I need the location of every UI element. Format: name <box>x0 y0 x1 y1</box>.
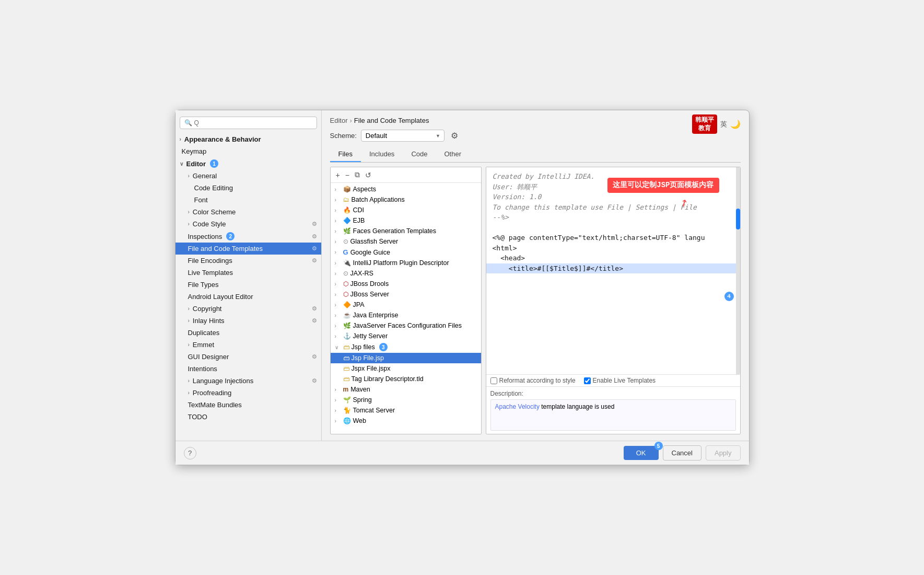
badge-1: 1 <box>210 159 218 168</box>
sidebar-item-general[interactable]: › General <box>176 170 321 182</box>
tree-item-spring[interactable]: › 🌱 Spring <box>331 395 481 405</box>
main-content: Editor › File and Code Templates Scheme:… <box>322 110 749 441</box>
chevron-icon: › <box>335 260 340 266</box>
sidebar-item-code-style[interactable]: › Code Style ⚙ <box>176 218 321 230</box>
tree-item-jsp-files[interactable]: ∨ 🗃 Jsp files 3 <box>331 341 481 353</box>
tab-includes[interactable]: Includes <box>361 147 403 162</box>
tabs: Files Includes Code Other <box>330 147 741 163</box>
add-template-button[interactable]: + <box>334 169 342 180</box>
code-editor[interactable]: 这里可以定制JSP页面模板内容 ↗ Created by IntelliJ ID… <box>486 167 740 374</box>
sidebar-item-editor[interactable]: ∨ Editor 1 <box>176 157 321 170</box>
sidebar-item-file-encodings[interactable]: File Encodings ⚙ <box>176 255 321 267</box>
sidebar-item-appearance[interactable]: › Appearance & Behavior <box>176 133 321 145</box>
search-box[interactable]: 🔍 <box>180 117 317 129</box>
sidebar-item-intentions[interactable]: Intentions <box>176 363 321 375</box>
chevron-icon: › <box>335 397 340 403</box>
sidebar-item-inlay-hints[interactable]: › Inlay Hints ⚙ <box>176 315 321 327</box>
chevron-icon: › <box>335 197 340 203</box>
file-icon: ⬡ <box>343 280 348 288</box>
moon-icon: 🌙 <box>730 119 741 129</box>
tree-item-batch-apps[interactable]: › 🗂 Batch Applications <box>331 194 481 205</box>
cancel-button[interactable]: Cancel <box>663 445 701 461</box>
tree-item-jboss-drools[interactable]: › ⬡ JBoss Drools <box>331 279 481 289</box>
reset-template-button[interactable]: ↺ <box>363 169 373 180</box>
enable-live-checkbox[interactable] <box>584 377 591 384</box>
editor-panel: 这里可以定制JSP页面模板内容 ↗ Created by IntelliJ ID… <box>486 167 741 434</box>
sidebar-item-font[interactable]: Font <box>176 194 321 206</box>
tree-item-glassfish[interactable]: › ⊙ Glassfish Server <box>331 236 481 247</box>
tree-item-ejb[interactable]: › 🔷 EJB <box>331 215 481 226</box>
tree-item-web[interactable]: › 🌐 Web <box>331 416 481 426</box>
sidebar-item-color-scheme[interactable]: › Color Scheme <box>176 206 321 218</box>
sidebar-item-proofreading[interactable]: › Proofreading <box>176 387 321 399</box>
tree-item-google-guice[interactable]: › G Google Guice <box>331 247 481 258</box>
copy-template-button[interactable]: ⧉ <box>353 169 362 180</box>
sidebar-item-gui-designer[interactable]: GUI Designer ⚙ <box>176 351 321 363</box>
settings-icon: ⚙ <box>312 305 317 312</box>
tree-item-jpa[interactable]: › 🔶 JPA <box>331 300 481 310</box>
ok-button[interactable]: OK 5 <box>624 446 659 460</box>
remove-template-button[interactable]: − <box>343 169 352 180</box>
tree-item-jsf-config[interactable]: › 🌿 JavaServer Faces Configuration Files <box>331 320 481 331</box>
tree-item-jetty-server[interactable]: › ⚓ Jetty Server <box>331 331 481 341</box>
help-button[interactable]: ? <box>184 447 196 459</box>
tree-item-java-enterprise[interactable]: › ☕ Java Enterprise <box>331 310 481 320</box>
chevron-icon: › <box>335 249 340 255</box>
badge-4: 4 <box>724 292 734 301</box>
tree-item-tag-library[interactable]: 🗃 Tag Library Descriptor.tld <box>331 374 481 384</box>
sidebar-item-file-types[interactable]: File Types <box>176 279 321 291</box>
chevron-icon: › <box>335 408 340 413</box>
tree-item-intellij-plugin[interactable]: › 🔌 IntelliJ Platform Plugin Descriptor <box>331 258 481 268</box>
description-area: Description: Apache Velocity template la… <box>486 386 740 434</box>
scheme-gear-button[interactable]: ⚙ <box>449 130 460 142</box>
sidebar-item-keymap[interactable]: Keymap <box>176 145 321 157</box>
tab-code[interactable]: Code <box>403 147 436 162</box>
sidebar-item-file-code-templates[interactable]: File and Code Templates ⚙ <box>176 243 321 255</box>
dialog-footer: ? OK 5 Cancel Apply <box>176 441 749 465</box>
scheme-select-wrapper[interactable]: Default Project <box>361 130 445 142</box>
sidebar-item-lang-injections[interactable]: › Language Injections ⚙ <box>176 375 321 387</box>
tree-item-jspx-file[interactable]: 🗃 Jspx File.jspx <box>331 363 481 374</box>
sidebar-item-code-editing[interactable]: Code Editing <box>176 182 321 194</box>
footer-right: OK 5 Cancel Apply <box>624 445 741 461</box>
apache-velocity-link[interactable]: Apache Velocity <box>495 403 540 410</box>
sidebar-item-duplicates[interactable]: Duplicates <box>176 327 321 339</box>
scrollbar-thumb <box>736 209 740 229</box>
tree-item-jsp-file-jsp[interactable]: 🗃 Jsp File.jsp <box>331 353 481 363</box>
apply-button[interactable]: Apply <box>706 445 741 461</box>
file-icon: ⚓ <box>343 332 351 340</box>
tree-item-tomcat[interactable]: › 🐈 Tomcat Server <box>331 405 481 416</box>
sidebar-item-emmet[interactable]: › Emmet <box>176 339 321 351</box>
scheme-select[interactable]: Default Project <box>361 130 445 142</box>
brand-text: 英 <box>720 120 727 129</box>
sidebar-item-textmate[interactable]: TextMate Bundles <box>176 399 321 411</box>
reformat-checkbox-row: Reformat according to style <box>490 377 576 384</box>
chevron-icon: › <box>335 302 340 308</box>
search-input[interactable] <box>194 119 312 126</box>
scrollbar-indicator[interactable] <box>736 167 740 374</box>
sidebar-item-android-layout[interactable]: Android Layout Editor <box>176 291 321 303</box>
scheme-row: Scheme: Default Project ⚙ <box>330 130 741 142</box>
tree-item-faces-gen[interactable]: › 🌿 Faces Generation Templates <box>331 226 481 236</box>
chevron-icon: › <box>335 418 340 424</box>
reformat-label[interactable]: Reformat according to style <box>499 377 576 384</box>
chevron-icon: ∨ <box>335 344 340 350</box>
tree-item-maven[interactable]: › m Maven <box>331 384 481 395</box>
tree-item-jboss-server[interactable]: › ⬡ JBoss Server <box>331 289 481 300</box>
tree-item-cdi[interactable]: › 🔥 CDI <box>331 205 481 215</box>
sidebar-item-inspections[interactable]: Inspections 2 ⚙ <box>176 230 321 243</box>
chevron-icon: › <box>188 342 190 348</box>
tree-item-jax-rs[interactable]: › ⊙ JAX-RS <box>331 268 481 279</box>
sidebar-item-copyright[interactable]: › Copyright ⚙ <box>176 303 321 315</box>
chevron-icon: › <box>335 187 340 192</box>
tree-item-aspects[interactable]: › 📦 Aspects <box>331 184 481 194</box>
tab-files[interactable]: Files <box>330 147 361 162</box>
file-icon: 🔥 <box>343 206 351 214</box>
sidebar-item-live-templates[interactable]: Live Templates <box>176 267 321 279</box>
sidebar-item-todo[interactable]: TODO <box>176 411 321 423</box>
file-icon: 🔶 <box>343 301 351 308</box>
reformat-checkbox[interactable] <box>490 377 497 384</box>
file-icon: ☕ <box>343 312 351 319</box>
tab-other[interactable]: Other <box>436 147 470 162</box>
enable-live-label[interactable]: Enable Live Templates <box>593 377 656 384</box>
